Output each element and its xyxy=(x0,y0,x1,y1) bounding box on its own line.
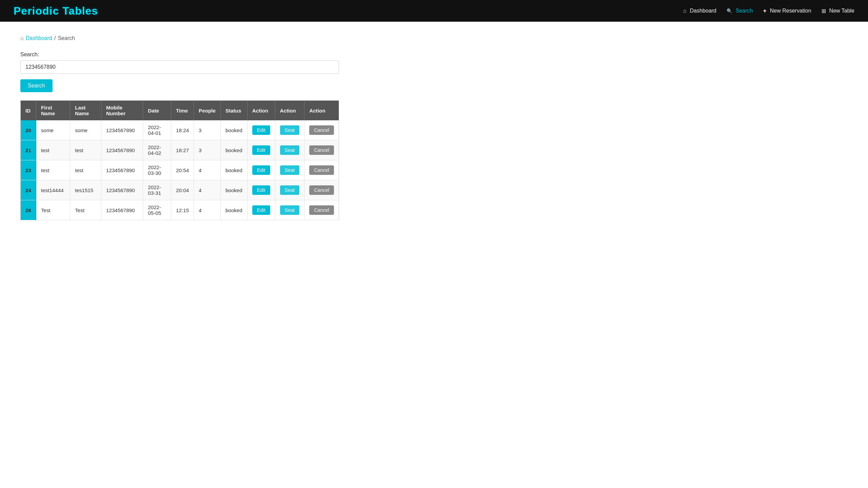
cell-status: booked xyxy=(220,120,247,140)
cancel-button[interactable]: Cancel xyxy=(309,185,334,195)
breadcrumb-home-icon: ⌂ xyxy=(20,35,24,41)
col-people: People xyxy=(194,101,221,121)
cell-date: 2022-04-01 xyxy=(143,120,171,140)
nav-dashboard[interactable]: Dashboard xyxy=(683,8,716,14)
cell-time: 20:54 xyxy=(171,160,194,180)
col-action-3: Action xyxy=(304,101,339,121)
breadcrumb-dashboard-link[interactable]: Dashboard xyxy=(26,35,52,41)
cell-last-name: test xyxy=(70,160,101,180)
cell-seat: Seat xyxy=(275,120,304,140)
cell-id: 23 xyxy=(21,160,36,180)
table-row: 24 test14444 tes1515 1234567890 2022-03-… xyxy=(21,180,339,200)
cell-status: booked xyxy=(220,200,247,220)
table-row: 20 some some 1234567890 2022-04-01 18:24… xyxy=(21,120,339,140)
cell-status: booked xyxy=(220,140,247,160)
edit-button[interactable]: Edit xyxy=(252,125,270,135)
cell-last-name: test xyxy=(70,140,101,160)
cancel-button[interactable]: Cancel xyxy=(309,165,334,175)
cell-last-name: tes1515 xyxy=(70,180,101,200)
seat-button[interactable]: Seat xyxy=(280,185,300,195)
table-header: ID First Name Last Name Mobile Number Da… xyxy=(21,101,339,121)
cell-people: 4 xyxy=(194,180,221,200)
cell-id: 20 xyxy=(21,120,36,140)
cell-status: booked xyxy=(220,160,247,180)
seat-button[interactable]: Seat xyxy=(280,165,300,175)
table-row: 26 Test Test 1234567890 2022-05-05 12:15… xyxy=(21,200,339,220)
cancel-button[interactable]: Cancel xyxy=(309,145,334,155)
cell-cancel: Cancel xyxy=(304,200,339,220)
reservations-table: ID First Name Last Name Mobile Number Da… xyxy=(20,100,339,220)
cell-date: 2022-03-31 xyxy=(143,180,171,200)
cell-time: 12:15 xyxy=(171,200,194,220)
cell-cancel: Cancel xyxy=(304,160,339,180)
search-input[interactable] xyxy=(20,60,339,74)
cell-seat: Seat xyxy=(275,180,304,200)
cell-status: booked xyxy=(220,180,247,200)
navbar: Periodic Tables Dashboard Search New Res… xyxy=(0,0,868,22)
nav-new-table[interactable]: New Table xyxy=(822,8,854,14)
cancel-button[interactable]: Cancel xyxy=(309,205,334,215)
cell-mobile: 1234567890 xyxy=(101,140,143,160)
edit-button[interactable]: Edit xyxy=(252,165,270,175)
cell-id: 21 xyxy=(21,140,36,160)
edit-button[interactable]: Edit xyxy=(252,205,270,215)
table-row: 23 test test 1234567890 2022-03-30 20:54… xyxy=(21,160,339,180)
cell-people: 4 xyxy=(194,200,221,220)
cell-date: 2022-05-05 xyxy=(143,200,171,220)
col-first-name: First Name xyxy=(36,101,70,121)
search-label: Search: xyxy=(20,52,848,58)
seat-button[interactable]: Seat xyxy=(280,145,300,155)
cell-mobile: 1234567890 xyxy=(101,160,143,180)
cell-cancel: Cancel xyxy=(304,120,339,140)
edit-button[interactable]: Edit xyxy=(252,145,270,155)
cell-first-name: test xyxy=(36,140,70,160)
col-date: Date xyxy=(143,101,171,121)
col-mobile: Mobile Number xyxy=(101,101,143,121)
nav-search[interactable]: Search xyxy=(727,8,753,14)
col-id: ID xyxy=(21,101,36,121)
cell-id: 26 xyxy=(21,200,36,220)
cell-date: 2022-03-30 xyxy=(143,160,171,180)
edit-button[interactable]: Edit xyxy=(252,185,270,195)
col-time: Time xyxy=(171,101,194,121)
cell-people: 3 xyxy=(194,120,221,140)
cell-last-name: Test xyxy=(70,200,101,220)
cell-edit: Edit xyxy=(247,120,275,140)
cell-time: 18:27 xyxy=(171,140,194,160)
col-last-name: Last Name xyxy=(70,101,101,121)
nav-new-reservation[interactable]: New Reservation xyxy=(763,7,811,15)
col-action-1: Action xyxy=(247,101,275,121)
cell-mobile: 1234567890 xyxy=(101,180,143,200)
app-brand: Periodic Tables xyxy=(14,5,98,17)
main-content: ⌂ Dashboard / Search Search: Search ID F… xyxy=(0,22,868,234)
cell-first-name: some xyxy=(36,120,70,140)
seat-button[interactable]: Seat xyxy=(280,125,300,135)
cell-mobile: 1234567890 xyxy=(101,200,143,220)
cell-first-name: test14444 xyxy=(36,180,70,200)
cell-people: 3 xyxy=(194,140,221,160)
cell-cancel: Cancel xyxy=(304,180,339,200)
search-form: Search: Search xyxy=(20,52,848,100)
cell-mobile: 1234567890 xyxy=(101,120,143,140)
breadcrumb: ⌂ Dashboard / Search xyxy=(20,35,848,41)
cell-time: 20:04 xyxy=(171,180,194,200)
cell-seat: Seat xyxy=(275,200,304,220)
col-status: Status xyxy=(220,101,247,121)
cell-time: 18:24 xyxy=(171,120,194,140)
cancel-button[interactable]: Cancel xyxy=(309,125,334,135)
table-body: 20 some some 1234567890 2022-04-01 18:24… xyxy=(21,120,339,220)
cell-edit: Edit xyxy=(247,140,275,160)
cell-edit: Edit xyxy=(247,160,275,180)
breadcrumb-current: Search xyxy=(58,35,75,41)
cell-last-name: some xyxy=(70,120,101,140)
nav-links: Dashboard Search New Reservation New Tab… xyxy=(683,7,854,15)
cell-edit: Edit xyxy=(247,180,275,200)
table-row: 21 test test 1234567890 2022-04-02 18:27… xyxy=(21,140,339,160)
cell-first-name: Test xyxy=(36,200,70,220)
cell-people: 4 xyxy=(194,160,221,180)
search-button[interactable]: Search xyxy=(20,79,53,92)
cell-id: 24 xyxy=(21,180,36,200)
cell-seat: Seat xyxy=(275,160,304,180)
cell-edit: Edit xyxy=(247,200,275,220)
seat-button[interactable]: Seat xyxy=(280,205,300,215)
